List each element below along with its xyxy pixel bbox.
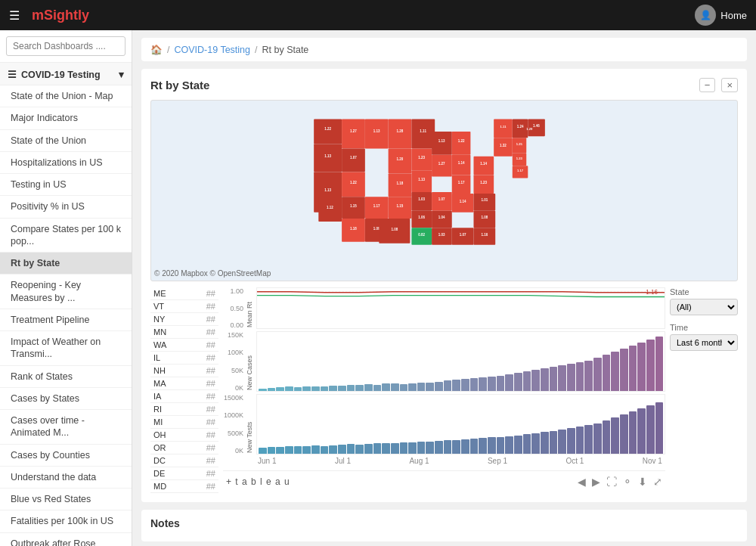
sidebar-item-rt-state[interactable]: Rt by State <box>0 253 132 275</box>
cases-bar <box>444 380 452 391</box>
cases-bar <box>576 362 584 391</box>
sidebar-item-cases-states[interactable]: Cases by States <box>0 388 132 410</box>
tests-bar <box>505 436 513 454</box>
tests-bar <box>488 437 496 454</box>
nav-left-icon[interactable]: ◀ <box>578 476 586 488</box>
cases-y0: 0K <box>235 384 243 392</box>
svg-text:1.24: 1.24 <box>517 125 524 129</box>
breadcrumb-sep2: / <box>255 45 257 55</box>
search-input[interactable] <box>6 36 125 56</box>
state-val: ## <box>206 315 215 324</box>
sidebar-item-state-union[interactable]: State of the Union <box>0 130 132 152</box>
sidebar-item-testing[interactable]: Testing in US <box>0 174 132 196</box>
sidebar-item-cases-animated[interactable]: Cases over time - Animated M... <box>0 410 132 445</box>
home-icon[interactable]: 🏠 <box>150 44 163 55</box>
svg-text:1.28: 1.28 <box>396 129 403 133</box>
sidebar-item-weather[interactable]: Impact of Weather on Transmi... <box>0 331 132 366</box>
minimize-button[interactable]: − <box>699 78 716 92</box>
cases-bar <box>531 370 540 391</box>
cases-bar <box>611 352 619 391</box>
sidebar-section-covid[interactable]: ☰COVID-19 Testing▾ <box>0 63 132 85</box>
sidebar-item-reopening[interactable]: Reopening - Key Measures by ... <box>0 275 132 309</box>
fullscreen-icon[interactable]: ⤢ <box>653 476 662 488</box>
fit-icon[interactable]: ⛶ <box>606 476 617 488</box>
cases-bar <box>285 386 293 391</box>
tests-bar <box>321 446 329 454</box>
cases-bar <box>355 385 364 391</box>
svg-text:1.46: 1.46 <box>533 124 540 128</box>
nav-right-icon[interactable]: ▶ <box>592 476 600 488</box>
rt-chart-plot: 1.16 <box>256 287 665 329</box>
sidebar-item-hospitalizations[interactable]: Hospitalizations in US <box>0 152 132 174</box>
cases-bar <box>646 340 655 391</box>
sidebar-item-fatalities[interactable]: Fatalities per 100k in US <box>0 510 132 532</box>
tests-y3: 1500K <box>224 394 243 402</box>
svg-text:1.13: 1.13 <box>324 154 331 158</box>
svg-text:1.07: 1.07 <box>460 233 466 237</box>
tests-y2: 1000K <box>224 411 243 419</box>
hamburger-icon[interactable]: ☰ <box>9 8 20 23</box>
tests-y1: 500K <box>228 430 243 437</box>
sidebar-item-compare-states[interactable]: Compare States per 100 k pop... <box>0 219 132 253</box>
state-select[interactable]: (All)ALAKAZARCA <box>670 299 738 315</box>
cases-chart-plot <box>256 331 665 392</box>
sidebar-item-treatment[interactable]: Treatment Pipeline <box>0 309 132 331</box>
svg-text:1.20: 1.20 <box>396 157 403 161</box>
svg-text:1.15: 1.15 <box>350 204 357 208</box>
section-icon: ☰ <box>8 69 17 80</box>
state-list-row: VT## <box>150 300 218 313</box>
svg-text:1.22: 1.22 <box>458 139 465 143</box>
cases-bar <box>603 355 611 391</box>
tests-bar <box>611 417 619 454</box>
tests-bar <box>584 425 593 454</box>
state-abbr: MA <box>153 379 166 388</box>
cases-bar <box>435 382 443 391</box>
svg-text:1.13: 1.13 <box>438 139 445 143</box>
sidebar-item-cases-counties[interactable]: Cases by Counties <box>0 445 132 467</box>
download-icon[interactable]: ⬇ <box>638 476 647 488</box>
breadcrumb-sep1: / <box>167 45 169 55</box>
tests-bar <box>576 427 584 454</box>
svg-text:1.22: 1.22 <box>324 127 331 131</box>
state-WA <box>314 119 342 144</box>
tests-bar <box>276 447 284 454</box>
main-content: 🏠 / COVID-19 Testing / Rt by State Rt by… <box>132 30 756 546</box>
cases-bar <box>541 368 549 391</box>
brand-logo: mSightly <box>32 8 89 23</box>
svg-text:1.32: 1.32 <box>500 144 507 147</box>
sidebar-item-blue-red[interactable]: Blue vs Red States <box>0 489 132 510</box>
state-abbr: NY <box>153 315 165 324</box>
svg-text:1.04: 1.04 <box>438 216 445 219</box>
cases-bar <box>347 385 355 391</box>
state-val: ## <box>206 456 215 465</box>
svg-text:1.08: 1.08 <box>391 228 398 231</box>
state-val: ## <box>206 353 215 362</box>
sidebar-item-rank-states[interactable]: Rank of States <box>0 366 132 388</box>
close-button[interactable]: × <box>721 78 738 92</box>
sidebar-item-state-map[interactable]: State of the Union - Map <box>0 85 132 107</box>
state-val: ## <box>206 482 215 491</box>
time-control: Time Last 6 monthsLast 3 monthsLast mont… <box>670 323 738 351</box>
tests-bar <box>558 430 566 454</box>
tests-bar <box>294 446 302 454</box>
svg-text:1.29: 1.29 <box>526 127 533 131</box>
cases-y2: 100K <box>228 349 243 356</box>
sidebar-item-outbreak[interactable]: Outbreak after Rose Garden E... <box>0 533 132 547</box>
state-abbr: VT <box>153 302 164 311</box>
home-button[interactable]: 👤 Home <box>695 5 747 26</box>
time-select[interactable]: Last 6 monthsLast 3 monthsLast monthAll … <box>670 334 738 351</box>
cases-bar <box>276 387 284 391</box>
cases-bar <box>268 388 276 391</box>
cases-bar <box>311 386 320 391</box>
sidebar-item-major-indicators[interactable]: Major Indicators <box>0 107 132 129</box>
share-icon[interactable]: ⚬ <box>623 476 632 488</box>
breadcrumb-section[interactable]: COVID-19 Testing <box>174 45 250 55</box>
rt-ymax: 1.00 <box>230 287 243 295</box>
svg-text:1.23: 1.23 <box>480 181 487 185</box>
breadcrumb: 🏠 / COVID-19 Testing / Rt by State <box>141 38 747 61</box>
svg-text:1.13: 1.13 <box>373 129 380 133</box>
sidebar-item-positivity[interactable]: Positivity % in US <box>0 196 132 218</box>
cases-bar <box>426 383 434 391</box>
sidebar-item-understand[interactable]: Understand the data <box>0 467 132 489</box>
svg-text:0.82: 0.82 <box>418 233 425 237</box>
